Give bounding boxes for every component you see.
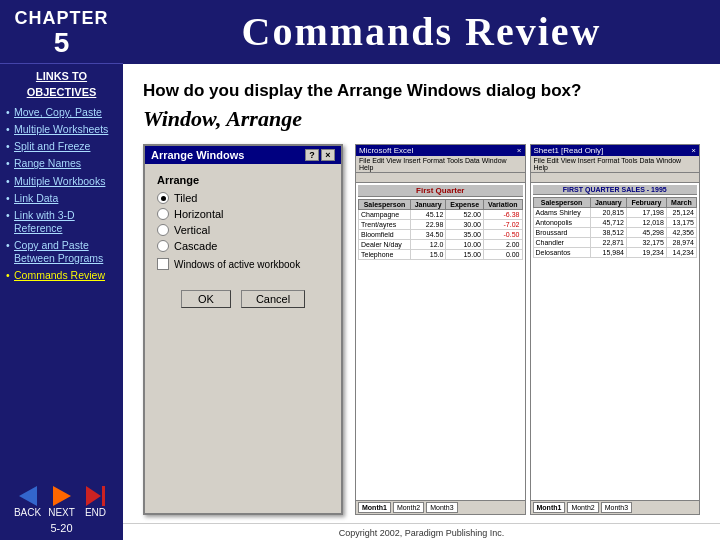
end-button[interactable]: END — [82, 485, 110, 518]
ss-left-close[interactable]: × — [517, 146, 522, 155]
ss-left-header-2: Expense — [446, 200, 484, 210]
ss-right-cell-0-3: 25,124 — [666, 208, 696, 218]
ss-left-toolbar — [356, 173, 525, 183]
chapter-header: CHAPTER 5 — [0, 0, 123, 64]
ss-right-cell-0-0: Adams Shirley — [533, 208, 590, 218]
table-row: Chandler22,87132,17528,974 — [533, 238, 697, 248]
ss-left-cell-0-2: 52.00 — [446, 210, 484, 220]
page-title: Commands Review — [139, 10, 704, 54]
ss-right-cell-2-1: 38,512 — [590, 228, 626, 238]
next-button[interactable]: NEXT — [48, 485, 76, 518]
ss-right-tab-0[interactable]: Month1 — [533, 502, 566, 513]
ss-right-cell-4-0: Delosantos — [533, 248, 590, 258]
sidebar-nav-item-2[interactable]: Split and Freeze — [6, 138, 117, 155]
ss-left-cell-3-1: 12.0 — [410, 240, 445, 250]
table-row: Bloomfield34.5035.00-0.50 — [359, 230, 523, 240]
ss-right-cell-2-3: 42,356 — [666, 228, 696, 238]
ok-button[interactable]: OK — [181, 290, 231, 308]
radio-vertical[interactable]: Vertical — [157, 224, 329, 236]
radio-tiled[interactable]: Tiled — [157, 192, 329, 204]
ss-right-tabs: Month1 Month2 Month3 — [531, 500, 700, 514]
dialog-titlebar: Arrange Windows ? × — [145, 146, 341, 164]
main-body: How do you display the Arrange Windows d… — [123, 64, 720, 523]
ss-left-header-1: January — [410, 200, 445, 210]
spreadsheet-right: Sheet1 [Read Only] × File Edit View Inse… — [530, 144, 701, 515]
end-icon — [82, 485, 110, 507]
ss-left-tab-1[interactable]: Month2 — [393, 502, 424, 513]
ss-right-table: Salesperson January February March Adams… — [533, 197, 698, 258]
ss-right-sheet-title: FIRST QUARTER SALES - 1995 — [533, 185, 698, 195]
table-row: Delosantos15,98419,23414,234 — [533, 248, 697, 258]
ss-left-cell-2-1: 34.50 — [410, 230, 445, 240]
ss-left-tab-0[interactable]: Month1 — [358, 502, 391, 513]
radio-vertical-circle[interactable] — [157, 224, 169, 236]
sidebar-nav-item-6[interactable]: Link with 3-D Reference — [6, 207, 117, 237]
radio-horizontal-label: Horizontal — [174, 208, 224, 220]
ss-right-cell-1-1: 45,712 — [590, 218, 626, 228]
dialog-content: Arrange Tiled Horizontal Vertical — [145, 164, 341, 286]
sidebar-nav-item-0[interactable]: Move, Copy, Paste — [6, 104, 117, 121]
sidebar-nav-item-8[interactable]: Commands Review — [6, 267, 117, 284]
ss-left-cell-4-3: 0.00 — [483, 250, 522, 260]
ss-left-tabs: Month1 Month2 Month3 — [356, 500, 525, 514]
objectives-label: OBJECTIVES — [0, 84, 123, 102]
sidebar-nav-item-5[interactable]: Link Data — [6, 190, 117, 207]
sidebar-nav-item-1[interactable]: Multiple Worksheets — [6, 121, 117, 138]
ss-left-cell-2-0: Bloomfield — [359, 230, 411, 240]
checkbox-active-workbook-box[interactable] — [157, 258, 169, 270]
ss-right-header-1: January — [590, 198, 626, 208]
radio-cascade-circle[interactable] — [157, 240, 169, 252]
sidebar-nav-item-4[interactable]: Multiple Workbooks — [6, 173, 117, 190]
ss-right-cell-3-2: 32,175 — [626, 238, 666, 248]
radio-vertical-label: Vertical — [174, 224, 210, 236]
radio-tiled-circle[interactable] — [157, 192, 169, 204]
back-icon — [14, 485, 42, 507]
sidebar-nav-item-7[interactable]: Copy and Paste Between Programs — [6, 237, 117, 267]
table-row: Champagne45.1252.00-6.38 — [359, 210, 523, 220]
content-area: Arrange Windows ? × Arrange Tiled Horizo… — [143, 144, 700, 515]
ss-left-menu: File Edit View Insert Format Tools Data … — [356, 156, 525, 173]
ss-right-cell-1-3: 13,175 — [666, 218, 696, 228]
sidebar: CHAPTER 5 LINKS TO OBJECTIVES Move, Copy… — [0, 0, 123, 540]
cancel-button[interactable]: Cancel — [241, 290, 305, 308]
chapter-num: 5 — [4, 29, 119, 57]
ss-left-cell-2-3: -0.50 — [483, 230, 522, 240]
answer-text: Window, Arrange — [143, 106, 700, 132]
ss-right-cell-3-1: 22,871 — [590, 238, 626, 248]
sidebar-nav-item-3[interactable]: Range Names — [6, 155, 117, 172]
back-label: BACK — [14, 507, 41, 518]
ss-right-cell-3-3: 28,974 — [666, 238, 696, 248]
radio-horizontal[interactable]: Horizontal — [157, 208, 329, 220]
ss-right-toolbar — [531, 173, 700, 183]
ss-right-cell-1-2: 12,018 — [626, 218, 666, 228]
checkbox-active-workbook-label: Windows of active workbook — [174, 259, 300, 270]
back-button[interactable]: BACK — [14, 485, 42, 518]
table-row: Broussard38,51245,29842,356 — [533, 228, 697, 238]
ss-left-cell-3-2: 10.00 — [446, 240, 484, 250]
nav-buttons: BACK NEXT END — [0, 477, 123, 522]
radio-cascade[interactable]: Cascade — [157, 240, 329, 252]
ss-left-tab-2[interactable]: Month3 — [426, 502, 457, 513]
ss-left-cell-0-3: -6.38 — [483, 210, 522, 220]
main-content: Commands Review How do you display the A… — [123, 0, 720, 540]
spreadsheet-area: Microsoft Excel × File Edit View Insert … — [355, 144, 700, 515]
ss-left-cell-2-2: 35.00 — [446, 230, 484, 240]
table-row: Antonopolis45,71212,01813,175 — [533, 218, 697, 228]
ss-right-header-2: February — [626, 198, 666, 208]
checkbox-active-workbook[interactable]: Windows of active workbook — [157, 258, 329, 270]
dialog-question-button[interactable]: ? — [305, 149, 319, 161]
ss-right-cell-4-3: 14,234 — [666, 248, 696, 258]
ss-left-cell-1-2: 30.00 — [446, 220, 484, 230]
ss-right-content: FIRST QUARTER SALES - 1995 Salesperson J… — [531, 183, 700, 500]
dialog-close-button[interactable]: × — [321, 149, 335, 161]
ss-right-cell-2-2: 45,298 — [626, 228, 666, 238]
ss-right-close[interactable]: × — [691, 146, 696, 155]
ss-right-cell-2-0: Broussard — [533, 228, 590, 238]
ss-left-sheet-title: First Quarter — [358, 185, 523, 197]
ss-right-cell-4-2: 19,234 — [626, 248, 666, 258]
ss-left-title: Microsoft Excel — [359, 146, 413, 155]
ss-right-tab-2[interactable]: Month3 — [601, 502, 632, 513]
radio-horizontal-circle[interactable] — [157, 208, 169, 220]
ss-right-tab-1[interactable]: Month2 — [567, 502, 598, 513]
ss-right-titlebar: Sheet1 [Read Only] × — [531, 145, 700, 156]
